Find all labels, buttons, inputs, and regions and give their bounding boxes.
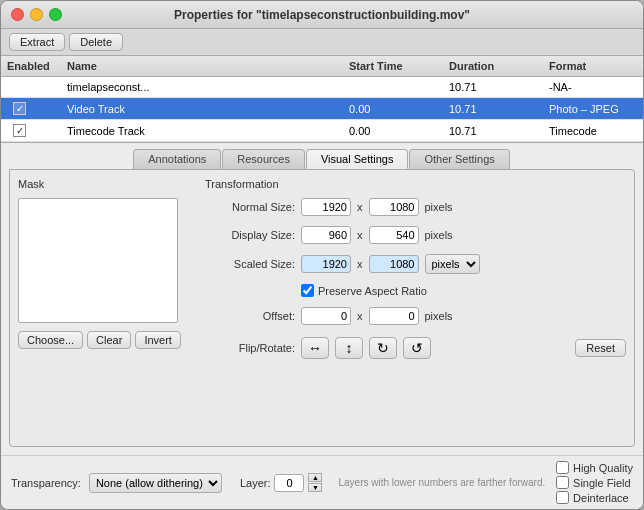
transparency-label: Transparency: (11, 477, 81, 489)
scaled-unit-select[interactable]: pixels % (425, 254, 480, 274)
table-row[interactable]: timelapseconst... 10.71 -NA- (1, 77, 643, 98)
bottom-bar: Transparency: None (allow dithering) Non… (1, 455, 643, 509)
deinterlace-label: Deinterlace (573, 492, 629, 504)
window-title: Properties for "timelapseconstructionbui… (174, 8, 470, 22)
properties-window: Properties for "timelapseconstructionbui… (0, 0, 644, 510)
tracks-table: Enabled Name Start Time Duration Format … (1, 56, 643, 143)
cell-name-1: Video Track (61, 100, 343, 117)
cell-start-0 (343, 79, 443, 95)
normal-height-input[interactable] (369, 198, 419, 216)
transparency-select[interactable]: None (allow dithering) None (no ditherin… (89, 473, 222, 493)
single-field-checkbox[interactable] (556, 476, 569, 489)
flip-label: Flip/Rotate: (205, 342, 295, 354)
delete-button[interactable]: Delete (69, 33, 123, 51)
col-enabled: Enabled (1, 58, 61, 74)
high-quality-label: High Quality (573, 462, 633, 474)
display-size-row: Display Size: x pixels (205, 226, 626, 244)
display-height-input[interactable] (369, 226, 419, 244)
layer-hint: Layers with lower numbers are farther fo… (338, 477, 545, 488)
invert-button[interactable]: Invert (135, 331, 181, 349)
tab-visual-settings[interactable]: Visual Settings (306, 149, 409, 169)
normal-size-label: Normal Size: (205, 201, 295, 213)
tab-annotations[interactable]: Annotations (133, 149, 221, 169)
extract-button[interactable]: Extract (9, 33, 65, 51)
single-field-label: Single Field (573, 477, 630, 489)
cell-format-1: Photo – JPEG (543, 100, 643, 117)
preserve-aspect-checkbox[interactable] (301, 284, 314, 297)
track-checkbox-2[interactable] (13, 124, 26, 137)
col-duration: Duration (443, 58, 543, 74)
col-format: Format (543, 58, 643, 74)
high-quality-row: High Quality (556, 461, 633, 474)
table-row[interactable]: Video Track 0.00 10.71 Photo – JPEG (1, 98, 643, 120)
flip-horizontal-button[interactable]: ↔ (301, 337, 329, 359)
cell-duration-2: 10.71 (443, 122, 543, 139)
col-start: Start Time (343, 58, 443, 74)
toolbar: Extract Delete (1, 29, 643, 56)
tabs: Annotations Resources Visual Settings Ot… (9, 149, 635, 169)
table-row[interactable]: Timecode Track 0.00 10.71 Timecode (1, 120, 643, 142)
display-unit: pixels (425, 229, 453, 241)
preserve-aspect-row: Preserve Aspect Ratio (301, 284, 626, 297)
close-button[interactable] (11, 8, 24, 21)
layer-up-button[interactable]: ▲ (308, 473, 322, 482)
transformation-label: Transformation (205, 178, 626, 190)
offset-x-input[interactable] (301, 307, 351, 325)
col-name: Name (61, 58, 343, 74)
cell-duration-1: 10.71 (443, 100, 543, 117)
tab-content: Mask Choose... Clear Invert Transformati… (9, 169, 635, 447)
flip-vertical-button[interactable]: ↕ (335, 337, 363, 359)
clear-button[interactable]: Clear (87, 331, 131, 349)
offset-label: Offset: (205, 310, 295, 322)
mask-label: Mask (18, 178, 193, 190)
cell-enabled-1 (1, 100, 61, 117)
mask-buttons: Choose... Clear Invert (18, 331, 193, 349)
layer-label: Layer: (240, 477, 271, 489)
normal-width-input[interactable] (301, 198, 351, 216)
normal-unit: pixels (425, 201, 453, 213)
track-checkbox-1[interactable] (13, 102, 26, 115)
title-bar: Properties for "timelapseconstructionbui… (1, 1, 643, 29)
normal-size-row: Normal Size: x pixels (205, 198, 626, 216)
rotate-cw-button[interactable]: ↻ (369, 337, 397, 359)
tab-other-settings[interactable]: Other Settings (409, 149, 509, 169)
cell-name-0: timelapseconst... (61, 79, 343, 95)
cell-name-2: Timecode Track (61, 122, 343, 139)
layer-section: Layer: ▲ ▼ (240, 473, 323, 492)
maximize-button[interactable] (49, 8, 62, 21)
minimize-button[interactable] (30, 8, 43, 21)
scaled-height-input[interactable] (369, 255, 419, 273)
deinterlace-row: Deinterlace (556, 491, 633, 504)
preserve-aspect-label: Preserve Aspect Ratio (318, 285, 427, 297)
high-quality-checkbox[interactable] (556, 461, 569, 474)
flip-row: Flip/Rotate: ↔ ↕ ↻ ↺ Reset (205, 337, 626, 359)
right-checkboxes: High Quality Single Field Deinterlace (556, 461, 633, 504)
cell-enabled-2 (1, 122, 61, 139)
reset-button[interactable]: Reset (575, 339, 626, 357)
cell-duration-0: 10.71 (443, 79, 543, 95)
mask-panel: Mask Choose... Clear Invert (18, 178, 193, 438)
rotate-ccw-button[interactable]: ↺ (403, 337, 431, 359)
offset-unit: pixels (425, 310, 453, 322)
scaled-size-row: Scaled Size: x pixels % (205, 254, 626, 274)
transformation-panel: Transformation Normal Size: x pixels Dis… (205, 178, 626, 438)
cell-format-2: Timecode (543, 122, 643, 139)
cell-start-2: 0.00 (343, 122, 443, 139)
offset-y-input[interactable] (369, 307, 419, 325)
cell-format-0: -NA- (543, 79, 643, 95)
offset-row: Offset: x pixels (205, 307, 626, 325)
single-field-row: Single Field (556, 476, 633, 489)
cell-enabled-0 (1, 79, 61, 95)
layer-down-button[interactable]: ▼ (308, 483, 322, 492)
choose-button[interactable]: Choose... (18, 331, 83, 349)
display-width-input[interactable] (301, 226, 351, 244)
layer-input[interactable] (274, 474, 304, 492)
deinterlace-checkbox[interactable] (556, 491, 569, 504)
traffic-lights (11, 8, 62, 21)
table-header: Enabled Name Start Time Duration Format (1, 56, 643, 77)
layer-spinner: ▲ ▼ (308, 473, 322, 492)
mask-preview (18, 198, 178, 323)
scaled-size-label: Scaled Size: (205, 258, 295, 270)
scaled-width-input[interactable] (301, 255, 351, 273)
tab-resources[interactable]: Resources (222, 149, 305, 169)
